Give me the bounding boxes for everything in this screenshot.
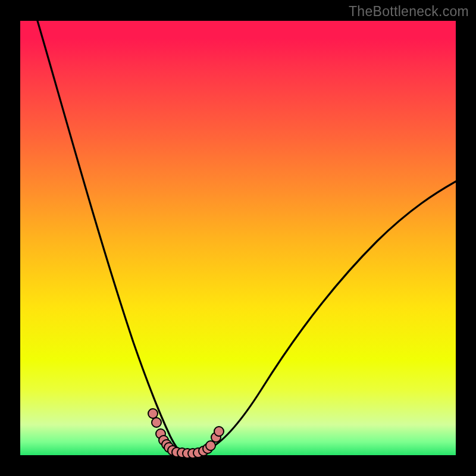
bottleneck-curve <box>20 21 456 455</box>
svg-point-16 <box>214 427 224 436</box>
curve-right-branch <box>183 181 456 454</box>
watermark-text: TheBottleneck.com <box>349 4 469 20</box>
plot-area <box>20 21 456 455</box>
curve-left-branch <box>37 21 183 453</box>
svg-point-1 <box>152 418 161 427</box>
svg-point-0 <box>148 409 158 418</box>
svg-point-14 <box>206 441 215 450</box>
marker-cluster <box>148 409 224 458</box>
chart-frame: TheBottleneck.com <box>0 0 476 476</box>
